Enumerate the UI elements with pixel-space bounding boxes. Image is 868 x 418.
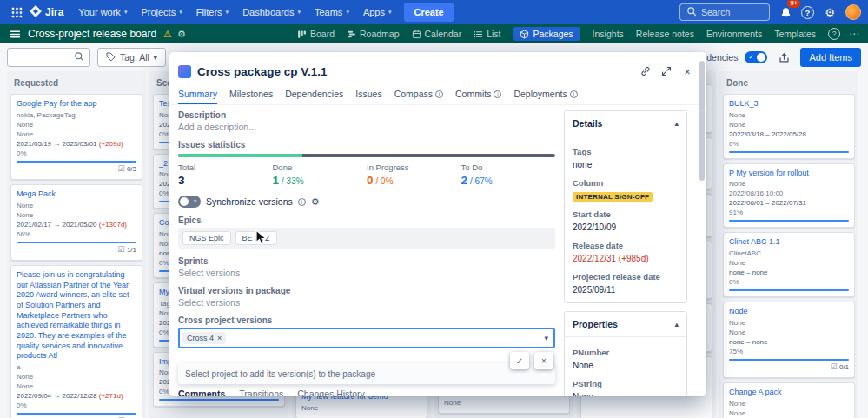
board-search-input[interactable] [13, 53, 74, 63]
card-title[interactable]: BULK_3 [729, 99, 849, 109]
card-dates: none – none [729, 269, 849, 277]
avatar[interactable] [845, 4, 861, 20]
jira-logo[interactable]: Jira [30, 5, 63, 20]
cancel-button[interactable]: × [534, 352, 553, 369]
tag-filter[interactable]: Tag: All ▾ [97, 48, 166, 67]
epics-field[interactable]: NGS EpicBE XYZ [178, 228, 555, 249]
view-tab-release-notes[interactable]: Release notes [636, 29, 694, 39]
card-title[interactable]: P My version for rollout [729, 169, 849, 179]
dialog-tab-summary[interactable]: Summary [178, 89, 217, 104]
field-column: ColumnINTERNAL SIGN-OFF [573, 178, 679, 201]
board-settings-icon[interactable]: ⚙ [177, 29, 186, 40]
dialog-tab-deployments[interactable]: Deploymentsi [514, 89, 577, 104]
issues-progress-bar [178, 154, 555, 157]
card-title[interactable]: Mega Pack [17, 189, 136, 200]
nav-item-dashboards[interactable]: Dashboards▾ [236, 3, 307, 21]
card-field: None [729, 180, 849, 189]
top-nav-right: 9+ ? ⚙ [679, 3, 861, 22]
description-label: Description [178, 110, 555, 120]
dialog-tab-commits[interactable]: Commitsi [455, 89, 501, 104]
card-title[interactable]: Change A pack [729, 388, 849, 398]
column-header: Done [719, 71, 858, 94]
card-title[interactable]: Clinet ABC 1.1 [729, 237, 849, 248]
board-card[interactable]: Change A packNoneNone2022/02/19 – 2022/0… [723, 382, 855, 418]
warning-icon[interactable]: ⚠ [163, 29, 172, 40]
board-card[interactable]: Clinet ABC 1.1ClinetABCNonenone – none0% [723, 232, 855, 297]
chevron-down-icon: ▾ [346, 9, 349, 16]
board-card[interactable]: NodeNoneNonenone – none75%☑ 0/1 [723, 302, 855, 378]
epic-chip-be-xyz[interactable]: BE XYZ [235, 231, 277, 245]
board-card[interactable]: Google Pay for the appnokia, PackageTagN… [10, 94, 142, 180]
help-icon[interactable]: ? [801, 6, 814, 19]
nav-item-your-work[interactable]: Your work▾ [72, 3, 133, 21]
stat-in-progress: In Progress0/ 0% [367, 163, 461, 187]
view-tab-board[interactable]: Board [297, 29, 335, 39]
view-tab-packages[interactable]: Packages [513, 27, 580, 41]
view-tab-environments[interactable]: Environments [706, 29, 762, 39]
view-tab-insights[interactable]: Insights [593, 29, 624, 39]
modal-scrollbar[interactable] [699, 61, 705, 181]
card-title[interactable]: Please join us in congratulating our Atl… [17, 270, 136, 362]
sprints-select[interactable]: Select versions [178, 268, 555, 278]
cross-project-select[interactable]: Cross 4 × ▾ [178, 328, 555, 348]
view-tab-list[interactable]: List [474, 29, 500, 39]
share-icon[interactable] [774, 48, 793, 67]
more-icon[interactable]: ⋯ [849, 28, 859, 40]
board-card[interactable]: Mega PackNoneNone2021/02/17 → 2021/05/20… [10, 184, 142, 261]
app-switcher-icon[interactable] [7, 3, 26, 22]
nav-item-projects[interactable]: Projects▾ [135, 3, 188, 21]
dialog-tab-milestones[interactable]: Milestones [229, 89, 273, 104]
field-release-date: Release date2022/12/31 (+985d) [573, 241, 679, 263]
add-items-button[interactable]: Add Items [800, 48, 861, 67]
create-button[interactable]: Create [404, 3, 453, 22]
board-card[interactable]: P My version for rolloutNone2022/08/16 1… [723, 163, 855, 229]
card-title[interactable]: Node [729, 307, 849, 317]
activity-tab-comments[interactable]: Comments [178, 388, 225, 396]
board-card[interactable]: Please join us in congratulating our Atl… [10, 265, 142, 418]
card-field: None [301, 404, 421, 413]
global-search-input[interactable] [701, 7, 762, 17]
board-search[interactable] [7, 48, 90, 67]
view-tab-templates[interactable]: Templates [774, 29, 816, 39]
view-tab-roadmap[interactable]: Roadmap [347, 29, 400, 39]
dialog-tab-dependencies[interactable]: Dependencies [285, 89, 343, 104]
epic-chip-ngs-epic[interactable]: NGS Epic [182, 231, 231, 245]
nav-item-teams[interactable]: Teams▾ [308, 3, 355, 21]
confirm-button[interactable]: ✓ [510, 352, 529, 369]
view-tab-calendar[interactable]: Calendar [412, 29, 462, 39]
dialog-tab-issues[interactable]: Issues [355, 89, 381, 104]
expand-icon[interactable] [658, 63, 675, 80]
board-help-icon[interactable]: ? [828, 28, 840, 40]
details-panel-header[interactable]: Details ▴ [565, 111, 686, 136]
info-icon[interactable]: i [298, 198, 306, 206]
card-dates: none – none [729, 338, 849, 347]
dependencies-toggle[interactable] [745, 51, 767, 63]
notifications-button[interactable]: 9+ [776, 3, 795, 22]
remove-version-icon[interactable]: × [217, 334, 222, 342]
nav-item-apps[interactable]: Apps▾ [357, 3, 398, 21]
activity-tab-changes-history[interactable]: Changes History [297, 388, 365, 396]
issues-progress-fill [178, 154, 302, 157]
selected-version-chip[interactable]: Cross 4 × [182, 332, 226, 344]
activity-tab-transitions[interactable]: Transitions [239, 388, 283, 396]
properties-panel-header[interactable]: Properties ▴ [565, 312, 686, 337]
issue-stats: Total3Done1/ 33%In Progress0/ 0%To Do2/ … [178, 163, 555, 187]
link-icon[interactable] [637, 63, 654, 80]
description-input[interactable]: Add a description... [178, 122, 555, 132]
field-pstring: PStringNone [573, 379, 679, 396]
card-field: None [729, 400, 849, 408]
card-progress-percent: 0% [729, 140, 849, 149]
settings-icon[interactable]: ⚙ [820, 3, 839, 22]
sidebar-toggle-icon[interactable] [7, 26, 23, 42]
board-card[interactable]: BULK_3NoneNone2022/03/18 – 2022/05/280% [723, 94, 855, 159]
global-search[interactable] [679, 3, 770, 21]
sync-versions-row: Synchronize versions i ⚙ [178, 196, 555, 208]
jira-mark-icon [30, 5, 42, 20]
sync-versions-toggle[interactable] [178, 196, 201, 208]
sync-settings-icon[interactable]: ⚙ [311, 196, 320, 208]
close-icon[interactable]: × [679, 63, 696, 80]
card-title[interactable]: Google Pay for the app [17, 99, 136, 109]
dialog-tab-compass[interactable]: Compassi [394, 89, 443, 104]
virtual-versions-select[interactable]: Select versions [178, 297, 555, 308]
nav-item-filters[interactable]: Filters▾ [190, 3, 235, 21]
